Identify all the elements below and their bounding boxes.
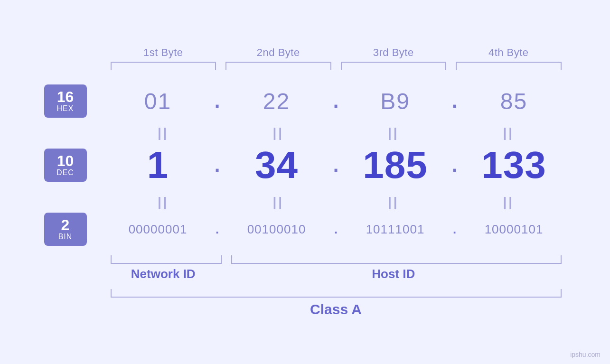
host-id-label: Host ID [221, 267, 566, 281]
bin-type: BIN [58, 233, 73, 241]
class-label: Class A [310, 301, 362, 317]
equals-row-2: || || || || [44, 195, 566, 210]
byte4-header: 4th Byte [451, 47, 566, 59]
hex-base: 16 [57, 89, 74, 104]
bracket-network [111, 255, 222, 264]
dec-byte1: 1 [106, 143, 210, 187]
bin-byte1: 00000001 [106, 222, 210, 237]
dec-byte2: 34 [225, 143, 329, 187]
bracket-top-3 [341, 62, 447, 70]
network-id-label: Network ID [106, 267, 221, 281]
eq2-b1: || [106, 195, 221, 210]
id-labels: Network ID Host ID [44, 267, 566, 281]
bottom-brackets [44, 255, 566, 264]
bracket-top-1 [111, 62, 216, 70]
bin-byte4: 10000101 [462, 222, 566, 237]
bracket-top-4 [456, 62, 562, 70]
dec-base: 10 [57, 153, 74, 168]
main-container: 1st Byte 2nd Byte 3rd Byte 4th Byte 16 H… [44, 47, 566, 317]
eq2-b4: || [451, 195, 566, 210]
equals-row-1: || || || || [44, 125, 566, 140]
top-brackets [44, 62, 566, 70]
dec-dot3: . [448, 154, 462, 177]
dec-byte3: 185 [343, 143, 448, 187]
class-label-row: Class A [44, 301, 566, 317]
dec-bytes: 1 . 34 . 185 . 133 [106, 143, 566, 187]
byte-headers: 1st Byte 2nd Byte 3rd Byte 4th Byte [44, 47, 566, 59]
bin-dot2: . [329, 222, 343, 237]
hex-dot3: . [448, 90, 462, 112]
hex-type: HEX [57, 104, 74, 113]
watermark: ipshu.com [570, 351, 601, 358]
bracket-top-2 [225, 62, 331, 70]
hex-dot2: . [329, 90, 343, 112]
byte3-header: 3rd Byte [336, 47, 451, 59]
eq1-b2: || [221, 125, 336, 140]
bin-base: 2 [61, 217, 70, 233]
hex-row: 16 HEX 01 . 22 . B9 . 85 [44, 84, 566, 118]
dec-byte4: 133 [462, 143, 566, 187]
class-bracket [111, 289, 562, 298]
bin-row: 2 BIN 00000001 . 00100010 . 10111001 . 1… [44, 213, 566, 246]
hex-badge: 16 HEX [44, 84, 87, 118]
hex-byte1: 01 [106, 88, 210, 114]
dec-dot1: . [210, 154, 225, 177]
bin-dot1: . [210, 222, 225, 237]
hex-dot1: . [210, 90, 225, 112]
dec-badge: 10 DEC [44, 149, 87, 182]
hex-bytes: 01 . 22 . B9 . 85 [106, 88, 566, 114]
bin-byte3: 10111001 [343, 222, 448, 237]
bin-dot3: . [448, 222, 462, 237]
eq1-b1: || [106, 125, 221, 140]
bin-badge: 2 BIN [44, 213, 87, 246]
bin-byte2: 00100010 [225, 222, 329, 237]
eq1-b3: || [336, 125, 451, 140]
byte2-header: 2nd Byte [221, 47, 336, 59]
hex-byte4: 85 [462, 88, 566, 114]
dec-row: 10 DEC 1 . 34 . 185 . 133 [44, 143, 566, 187]
bracket-host [231, 255, 562, 264]
hex-byte2: 22 [225, 88, 329, 114]
eq2-b2: || [221, 195, 336, 210]
dec-type: DEC [56, 168, 74, 177]
dec-dot2: . [329, 154, 343, 177]
byte1-header: 1st Byte [106, 47, 221, 59]
bin-bytes: 00000001 . 00100010 . 10111001 . 1000010… [106, 222, 566, 237]
eq1-b4: || [451, 125, 566, 140]
hex-byte3: B9 [343, 88, 448, 114]
class-bracket-row [44, 289, 566, 298]
eq2-b3: || [336, 195, 451, 210]
